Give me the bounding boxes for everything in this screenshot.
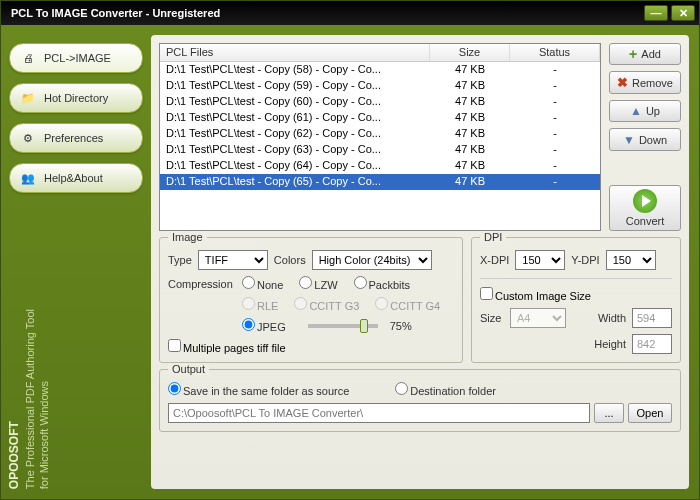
people-icon: 👥 bbox=[20, 170, 36, 186]
output-same-folder[interactable]: Save in the same folder as source bbox=[168, 382, 349, 397]
jpeg-quality: 75% bbox=[390, 320, 412, 332]
main-panel: PCL Files Size Status D:\1 Test\PCL\test… bbox=[151, 35, 689, 489]
browse-button[interactable]: ... bbox=[594, 403, 624, 423]
gear-icon: ⚙ bbox=[20, 130, 36, 146]
sidebar-item-label: Help&About bbox=[44, 172, 103, 184]
col-header-size[interactable]: Size bbox=[430, 44, 510, 61]
dpi-fieldset: DPI X-DPI 150 Y-DPI 150 Custom Image Siz… bbox=[471, 237, 681, 363]
comp-lzw[interactable]: LZW bbox=[299, 276, 337, 291]
compression-label: Compression bbox=[168, 278, 236, 290]
table-row[interactable]: D:\1 Test\PCL\test - Copy (64) - Copy - … bbox=[160, 158, 600, 174]
x-icon: ✖ bbox=[617, 75, 628, 90]
sidebar: 🖨 PCL->IMAGE 📁 Hot Directory ⚙ Preferenc… bbox=[1, 25, 151, 499]
output-dest-folder[interactable]: Destination folder bbox=[395, 382, 496, 397]
jpeg-slider[interactable] bbox=[308, 324, 378, 328]
table-row[interactable]: D:\1 Test\PCL\test - Copy (59) - Copy - … bbox=[160, 78, 600, 94]
sidebar-item-label: Preferences bbox=[44, 132, 103, 144]
col-header-file[interactable]: PCL Files bbox=[160, 44, 430, 61]
down-button[interactable]: ▼Down bbox=[609, 128, 681, 150]
comp-g4: CCITT G4 bbox=[375, 297, 440, 312]
colors-select[interactable]: High Color (24bits) bbox=[312, 250, 432, 270]
table-row[interactable]: D:\1 Test\PCL\test - Copy (62) - Copy - … bbox=[160, 126, 600, 142]
remove-button[interactable]: ✖Remove bbox=[609, 71, 681, 93]
pcl-icon: 🖨 bbox=[20, 50, 36, 66]
table-row[interactable]: D:\1 Test\PCL\test - Copy (61) - Copy - … bbox=[160, 110, 600, 126]
height-input[interactable] bbox=[632, 334, 672, 354]
main-window: PCL To IMAGE Converter - Unregistered — … bbox=[0, 0, 700, 500]
list-header: PCL Files Size Status bbox=[160, 44, 600, 62]
comp-g3: CCITT G3 bbox=[294, 297, 359, 312]
comp-jpeg[interactable]: JPEG bbox=[242, 318, 286, 333]
close-button[interactable]: ✕ bbox=[671, 5, 695, 21]
folder-icon: 📁 bbox=[20, 90, 36, 106]
table-row[interactable]: D:\1 Test\PCL\test - Copy (63) - Copy - … bbox=[160, 142, 600, 158]
comp-packbits[interactable]: Packbits bbox=[354, 276, 411, 291]
sidebar-item-pcl-image[interactable]: 🖨 PCL->IMAGE bbox=[9, 43, 143, 73]
col-header-status[interactable]: Status bbox=[510, 44, 600, 61]
size-select[interactable]: A4 bbox=[510, 308, 566, 328]
ydpi-select[interactable]: 150 bbox=[606, 250, 656, 270]
comp-rle: RLE bbox=[242, 297, 278, 312]
play-icon bbox=[633, 189, 657, 213]
sidebar-item-preferences[interactable]: ⚙ Preferences bbox=[9, 123, 143, 153]
width-input[interactable] bbox=[632, 308, 672, 328]
custom-size-checkbox[interactable]: Custom Image Size bbox=[480, 287, 591, 302]
table-row[interactable]: D:\1 Test\PCL\test - Copy (60) - Copy - … bbox=[160, 94, 600, 110]
table-row[interactable]: D:\1 Test\PCL\test - Copy (65) - Copy - … bbox=[160, 174, 600, 190]
sidebar-item-label: PCL->IMAGE bbox=[44, 52, 111, 64]
image-fieldset: Image Type TIFF Colors High Color (24bit… bbox=[159, 237, 463, 363]
output-fieldset: Output Save in the same folder as source… bbox=[159, 369, 681, 432]
xdpi-select[interactable]: 150 bbox=[515, 250, 565, 270]
brand-vertical: for Microsoft Windows The Professional P… bbox=[7, 309, 51, 489]
convert-button[interactable]: Convert bbox=[609, 185, 681, 231]
sidebar-item-label: Hot Directory bbox=[44, 92, 108, 104]
type-label: Type bbox=[168, 254, 192, 266]
up-button[interactable]: ▲Up bbox=[609, 100, 681, 122]
minimize-button[interactable]: — bbox=[644, 5, 668, 21]
sidebar-item-hot-directory[interactable]: 📁 Hot Directory bbox=[9, 83, 143, 113]
add-button[interactable]: +Add bbox=[609, 43, 681, 65]
type-select[interactable]: TIFF bbox=[198, 250, 268, 270]
comp-none[interactable]: None bbox=[242, 276, 283, 291]
plus-icon: + bbox=[629, 46, 637, 62]
output-path-input[interactable] bbox=[168, 403, 590, 423]
window-title: PCL To IMAGE Converter - Unregistered bbox=[11, 7, 644, 19]
open-button[interactable]: Open bbox=[628, 403, 672, 423]
sidebar-item-help[interactable]: 👥 Help&About bbox=[9, 163, 143, 193]
colors-label: Colors bbox=[274, 254, 306, 266]
file-list[interactable]: PCL Files Size Status D:\1 Test\PCL\test… bbox=[159, 43, 601, 231]
arrow-up-icon: ▲ bbox=[630, 104, 642, 118]
titlebar: PCL To IMAGE Converter - Unregistered — … bbox=[1, 1, 699, 25]
table-row[interactable]: D:\1 Test\PCL\test - Copy (58) - Copy - … bbox=[160, 62, 600, 78]
multipage-checkbox[interactable]: Multiple pages tiff file bbox=[168, 339, 286, 354]
arrow-down-icon: ▼ bbox=[623, 133, 635, 147]
